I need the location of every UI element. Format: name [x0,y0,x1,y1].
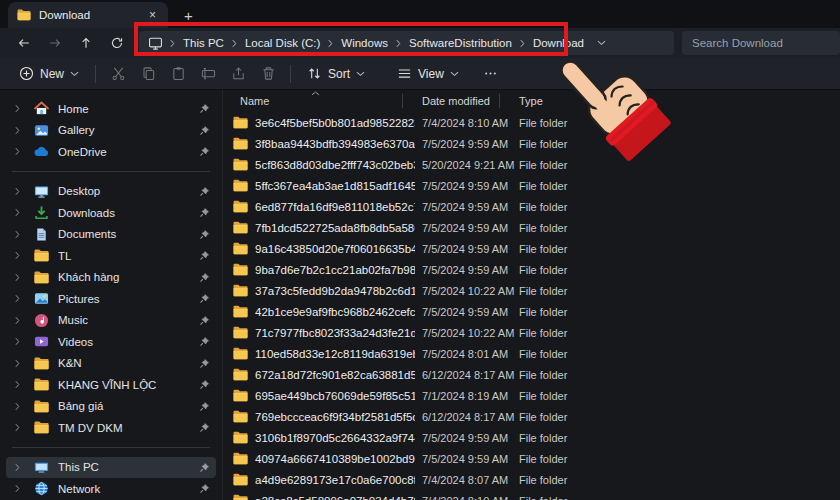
table-row[interactable]: 42b1ce9e9af9fbc968b2462cefc9e4eb 7/5/202… [223,301,840,322]
chevron-down-icon[interactable] [597,40,606,46]
forward-button[interactable] [39,30,70,56]
sidebar-item-pictures[interactable]: Pictures [6,288,216,310]
more-options-button[interactable] [476,61,506,87]
chevron-right-icon[interactable] [170,39,175,48]
table-row[interactable]: 71c7977fbc8023f33a24d3fe21d8e29a 7/5/202… [223,322,840,343]
chevron-right-icon[interactable] [232,39,237,48]
sidebar-item-k-n[interactable]: K&N [6,353,216,375]
breadcrumb[interactable]: This PCLocal Disk (C:)WindowsSoftwareDis… [139,31,674,55]
chevron-right-icon[interactable] [15,380,20,389]
table-row[interactable]: 672a18d72fc901e82ca63881d58cf7cc 6/12/20… [223,364,840,385]
table-row[interactable]: 769ebccceac6f9f34bf2581d5f5cf1a6 6/12/20… [223,406,840,427]
sort-button[interactable]: Sort [298,61,374,87]
refresh-icon [110,36,124,50]
column-header-date-modified[interactable]: Date modified [415,95,512,107]
breadcrumb-item-local-disk-c[interactable]: Local Disk (C:) [238,37,327,49]
downloads-icon [34,205,49,220]
sidebar-item-tl[interactable]: TL [6,245,216,267]
chevron-right-icon[interactable] [15,359,20,368]
table-row[interactable]: 110ed58d33e12c8119da6319eb172313 7/5/202… [223,343,840,364]
rename-button[interactable] [193,61,223,87]
sidebar-item-onedrive[interactable]: OneDrive [6,141,216,163]
column-header-type[interactable]: Type [512,95,662,107]
chevron-right-icon[interactable] [15,187,20,196]
chevron-right-icon[interactable] [15,230,20,239]
delete-button[interactable] [253,61,283,87]
column-header-name[interactable]: Name [233,95,415,107]
sidebar-item-videos[interactable]: Videos [6,331,216,353]
chevron-right-icon[interactable] [520,39,525,48]
chevron-right-icon[interactable] [15,147,20,156]
copy-button[interactable] [133,61,163,87]
table-row[interactable]: 3f8baa9443bdfb394983e6370ab89a48 7/5/202… [223,133,840,154]
chevron-right-icon[interactable] [15,126,20,135]
paste-button[interactable] [163,61,193,87]
table-row[interactable]: 9ba7d6e7b2c1cc21ab02fa7b98c2bdfc 7/5/202… [223,259,840,280]
new-tab-icon[interactable]: + [184,8,193,23]
folder-icon [233,410,248,423]
chevron-right-icon[interactable] [15,337,20,346]
sidebar-item-khang-v-nh-l-c[interactable]: KHANG VĨNH LỘC [6,374,216,396]
column-divider[interactable] [499,94,500,108]
breadcrumb-item-download[interactable]: Download [526,37,591,49]
table-row[interactable]: 5cf863d8d03dbe2fff743c02beb31ce7 5/20/20… [223,154,840,175]
sidebar-item-this-pc[interactable]: This PC [6,457,216,479]
breadcrumb-item-windows[interactable]: Windows [334,37,395,49]
chevron-right-icon[interactable] [328,39,333,48]
chevron-right-icon[interactable] [15,104,20,113]
table-row[interactable]: 40974a6667410389be1002bd9819f7cf 7/5/202… [223,448,840,469]
sidebar-item-b-ng-gi[interactable]: Bảng giá [6,396,216,418]
sidebar-item-music[interactable]: Music [6,310,216,332]
table-row[interactable]: 6ed877fda16df9e811018eb52c79d049 7/5/202… [223,196,840,217]
table-row[interactable]: 37a73c5fedd9b2da9478b2c6d1529b7b 7/5/202… [223,280,840,301]
chevron-right-icon[interactable] [15,484,20,493]
table-row[interactable]: 7fb1dcd522725ada8fb8db5a5863e18b 7/5/202… [223,217,840,238]
chevron-right-icon[interactable] [15,208,20,217]
sidebar-item-label: Music [58,314,190,326]
chevron-right-icon[interactable] [396,39,401,48]
up-button[interactable] [70,30,101,56]
new-button[interactable]: New [10,61,88,87]
search-input[interactable]: Search Download [682,31,840,55]
sidebar-item-downloads[interactable]: Downloads [6,202,216,224]
file-date-modified: 7/4/2024 8:10 AM [415,495,512,500]
share-button[interactable] [223,61,253,87]
chevron-right-icon[interactable] [15,423,20,432]
sidebar-item-label: Gallery [58,124,190,136]
chevron-right-icon[interactable] [15,251,20,260]
table-row[interactable]: 3106b1f8970d5c2664332a9f744da202 7/5/202… [223,427,840,448]
sidebar-item-home[interactable]: Home [6,98,216,120]
sidebar-item-desktop[interactable]: Desktop [6,181,216,203]
chevron-right-icon[interactable] [15,463,20,472]
share-icon [231,66,246,81]
close-tab-icon[interactable]: × [146,8,159,22]
table-row[interactable]: a28ce8c5d58096a07b034d4b79b12a4a 7/4/202… [223,490,840,500]
table-row[interactable]: a4d9e6289173e17c0a6e700c8fbd8886 7/4/202… [223,469,840,490]
sidebar-item-network[interactable]: Network [6,478,216,500]
chevron-right-icon[interactable] [15,402,20,411]
column-divider[interactable] [402,94,403,108]
table-row[interactable]: 3e6c4f5bef5b0b801ad9852282340e4c 7/4/202… [223,112,840,133]
sidebar-item-gallery[interactable]: Gallery [6,120,216,142]
back-button[interactable] [8,30,39,56]
chevron-right-icon[interactable] [15,316,20,325]
breadcrumb-item-softwaredistribution[interactable]: SoftwareDistribution [402,37,519,49]
sidebar-item-documents[interactable]: Documents [6,224,216,246]
breadcrumb-item-this-pc[interactable]: This PC [176,37,231,49]
file-date-modified: 7/5/2024 9:59 AM [415,243,512,255]
tab-download[interactable]: Download × [8,2,168,28]
cut-button[interactable] [103,61,133,87]
refresh-button[interactable] [101,30,132,56]
file-type: File folder [512,243,662,255]
table-row[interactable]: 9a16c43850d20e7f06016635b421abb2 7/5/202… [223,238,840,259]
sidebar-item-kh-ch-h-ng[interactable]: Khách hàng [6,267,216,289]
view-button[interactable]: View [388,61,468,87]
table-row[interactable]: 695ae449bcb76069de59f85c516d415c 7/1/202… [223,385,840,406]
file-name: 769ebccceac6f9f34bf2581d5f5cf1a6 [255,411,415,423]
chevron-right-icon[interactable] [15,294,20,303]
table-row[interactable]: 5ffc367ea4ab3ae1d815adf1645d30ff 7/5/202… [223,175,840,196]
toolbar-divider [95,65,96,83]
sidebar-item-tm-dv-dkm[interactable]: TM DV DKM [6,417,216,439]
folder-icon [233,431,248,444]
chevron-right-icon[interactable] [15,273,20,282]
